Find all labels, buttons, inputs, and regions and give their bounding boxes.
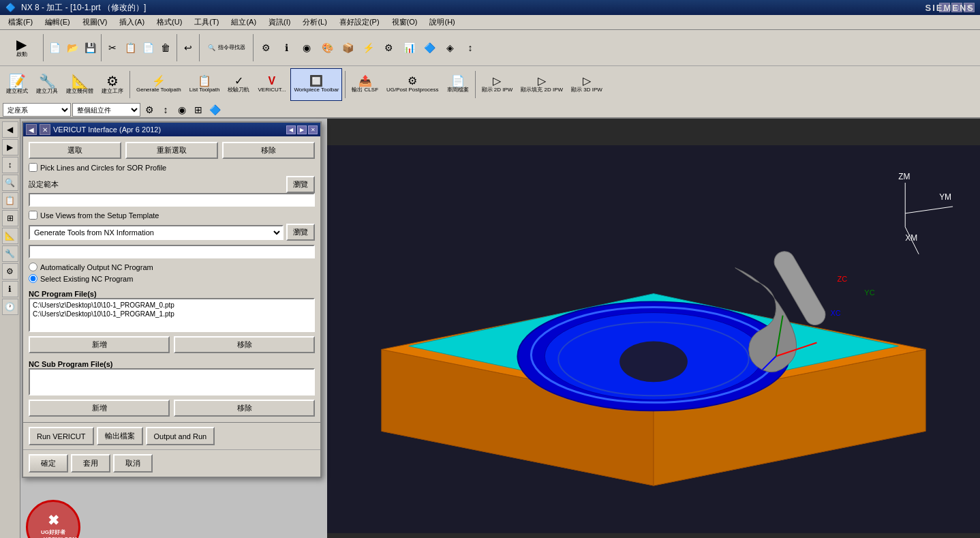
delete-btn[interactable]: 🗑 <box>157 38 174 57</box>
use-views-checkbox[interactable] <box>29 211 37 220</box>
verify-toolpath-btn[interactable]: ✓ 校驗刀軌 <box>224 68 253 101</box>
3d-viewport[interactable]: ZM YM XM ZC YC XC Camera TOP <box>327 119 980 538</box>
coord-snap-btn[interactable]: ◉ <box>174 103 189 117</box>
pick-lines-checkbox[interactable] <box>29 163 37 172</box>
generate-tools-select[interactable]: Generate Tools from NX Information Do No… <box>29 225 284 240</box>
nc-files-list[interactable]: C:\Users\z\Desktop\10\10-1_PROGRAM_0.ptp… <box>29 298 315 332</box>
dialog-prev-btn[interactable]: ◀ <box>26 124 37 135</box>
menu-assembly[interactable]: 組立(A) <box>226 16 262 29</box>
pref-btn[interactable]: ⚙ <box>379 38 398 57</box>
dialog-nav-next[interactable]: ▶ <box>297 125 307 134</box>
add-sub-file-btn[interactable]: 新增 <box>29 400 170 417</box>
sidebar-nav-2[interactable]: ▶ <box>2 139 18 155</box>
menu-insert[interactable]: 插入(A) <box>114 16 150 29</box>
coord-extra-btn[interactable]: ⊞ <box>191 103 206 117</box>
remove-sub-file-btn[interactable]: 移除 <box>174 400 315 417</box>
snap-btn[interactable]: ◉ <box>297 38 316 57</box>
sidebar-tools[interactable]: 🔧 <box>2 245 18 262</box>
menu-window[interactable]: 視窗(O) <box>386 16 423 29</box>
output-and-run-btn[interactable]: Output and Run <box>146 427 215 445</box>
coord-settings-btn[interactable]: ⚙ <box>142 103 157 117</box>
coord-3d-btn[interactable]: 🔷 <box>207 103 222 117</box>
dialog-close-btn[interactable]: ✕ <box>308 125 318 134</box>
output-clsf-btn[interactable]: 📤 輸出 CLSF <box>348 68 382 101</box>
display-btn[interactable]: 📊 <box>399 38 418 57</box>
wcs-btn[interactable]: 🔷 <box>420 38 439 57</box>
apply-btn[interactable]: 套用 <box>71 454 110 473</box>
menu-view[interactable]: 視圖(V) <box>77 16 113 29</box>
workpiece-toolbar-btn[interactable]: 🔲 Workpiece Toolbar <box>290 68 342 101</box>
menu-format[interactable]: 格式(U) <box>151 16 187 29</box>
info-btn[interactable]: ℹ <box>277 38 296 57</box>
show-3d-ipw-btn[interactable]: ▷ 顯示 3D IPW <box>568 68 606 101</box>
select-btn[interactable]: 選取 <box>29 142 121 159</box>
shop-docs-label: 車間檔案 <box>447 87 469 93</box>
dialog-nav-prev[interactable]: ◀ <box>286 125 296 134</box>
sidebar-list[interactable]: 📋 <box>2 192 18 209</box>
remove-nc-file-btn[interactable]: 移除 <box>174 336 315 353</box>
new-file-btn[interactable]: 📄 <box>46 38 63 57</box>
sidebar-grid[interactable]: ⊞ <box>2 210 18 226</box>
menu-edit[interactable]: 編輯(E) <box>40 16 76 29</box>
menu-tools[interactable]: 工具(T) <box>189 16 224 29</box>
output-file-btn[interactable]: 輸出檔案 <box>97 427 143 445</box>
sidebar-info[interactable]: ℹ <box>2 281 18 297</box>
settings-btn[interactable]: ⚙ <box>256 38 275 57</box>
shop-docs-btn[interactable]: 📄 車間檔案 <box>444 68 472 101</box>
zoom-btn[interactable]: ↕ <box>461 38 480 57</box>
undo-btn[interactable]: ↩ <box>180 38 196 57</box>
sidebar-nav-1[interactable]: ◀ <box>2 121 18 138</box>
reselect-btn[interactable]: 重新選取 <box>125 142 218 159</box>
color-btn[interactable]: 🎨 <box>318 38 337 57</box>
sel-btn[interactable]: ⚡ <box>358 38 378 57</box>
cut-btn[interactable]: ✂ <box>104 38 121 57</box>
save-btn[interactable]: 💾 <box>82 38 98 57</box>
auto-output-label: Automatically Output NC Program <box>40 263 153 271</box>
toolbar-area: ▶ 啟動 📄 📂 💾 ✂ 📋 📄 🗑 ↩ 🔍 指令尋找器 ⚙ ℹ ◉ 🎨 📦 ⚡… <box>0 30 980 119</box>
start-button[interactable]: ▶ 啟動 <box>3 31 40 64</box>
browse-generate-btn[interactable]: 瀏覽 <box>286 224 315 241</box>
show-fill-2d-ipw-btn[interactable]: ▷ 顯示填充 2D IPW <box>517 68 566 101</box>
list-toolpath-btn[interactable]: 📋 List Toolpath <box>186 68 224 101</box>
menu-analysis[interactable]: 分析(L) <box>297 16 332 29</box>
remove-btn[interactable]: 移除 <box>222 142 315 159</box>
run-vericut-btn[interactable]: Run VERICUT <box>29 427 94 445</box>
show-2d-ipw-btn[interactable]: ▷ 顯示 2D IPW <box>478 68 517 101</box>
sidebar-history[interactable]: 🕐 <box>2 299 18 315</box>
layer-btn[interactable]: 📦 <box>338 38 357 57</box>
vericut-btn[interactable]: V VERICUT... <box>254 68 289 101</box>
coord-view-btn[interactable]: ↕ <box>158 103 173 117</box>
menu-preferences[interactable]: 喜好設定(P) <box>334 16 385 29</box>
sidebar-geometry[interactable]: 📐 <box>2 228 18 244</box>
nc-sub-files-list[interactable] <box>29 368 315 395</box>
menu-help[interactable]: 說明(H) <box>424 16 460 29</box>
create-geometry-btn[interactable]: 📐 建立幾何體 <box>63 68 97 101</box>
component-select[interactable]: 整個組立件 <box>72 103 140 117</box>
browse-template-btn[interactable]: 瀏覽 <box>286 176 315 193</box>
orient-btn[interactable]: ◈ <box>440 38 459 57</box>
dialog-close-x-btn[interactable]: ✕ <box>40 124 50 135</box>
sidebar-search[interactable]: 🔍 <box>2 175 18 191</box>
sidebar-zoom[interactable]: ↕ <box>2 157 18 173</box>
copy-btn[interactable]: 📋 <box>122 38 138 57</box>
add-nc-file-btn[interactable]: 新增 <box>29 336 170 353</box>
menu-file[interactable]: 檔案(F) <box>3 16 38 29</box>
auto-output-radio[interactable] <box>29 263 37 271</box>
generate-toolpath-btn[interactable]: ⚡ Generate Toolpath <box>133 68 185 101</box>
open-file-btn[interactable]: 📂 <box>64 38 80 57</box>
create-program-btn[interactable]: 📝 建立程式 <box>3 68 31 101</box>
postprocess-btn[interactable]: ⚙ UG/Post Postprocess <box>383 68 442 101</box>
menu-info[interactable]: 資訊(I) <box>263 16 296 29</box>
setup-template-input[interactable] <box>29 193 315 207</box>
sidebar-settings[interactable]: ⚙ <box>2 263 18 280</box>
create-tool-btn[interactable]: 🔧 建立刀具 <box>33 68 61 101</box>
paste-btn[interactable]: 📄 <box>140 38 156 57</box>
cancel-btn[interactable]: 取消 <box>113 454 153 473</box>
command-finder-btn[interactable]: 🔍 指令尋找器 <box>202 31 250 64</box>
auto-output-radio-row: Automatically Output NC Program <box>29 263 315 271</box>
select-existing-radio[interactable] <box>29 274 37 283</box>
ok-btn[interactable]: 確定 <box>29 454 68 473</box>
generate-tools-file-input[interactable] <box>29 245 315 258</box>
coordinate-select[interactable]: 定座系 <box>3 103 71 117</box>
create-operation-btn[interactable]: ⚙ 建立工序 <box>98 68 127 101</box>
